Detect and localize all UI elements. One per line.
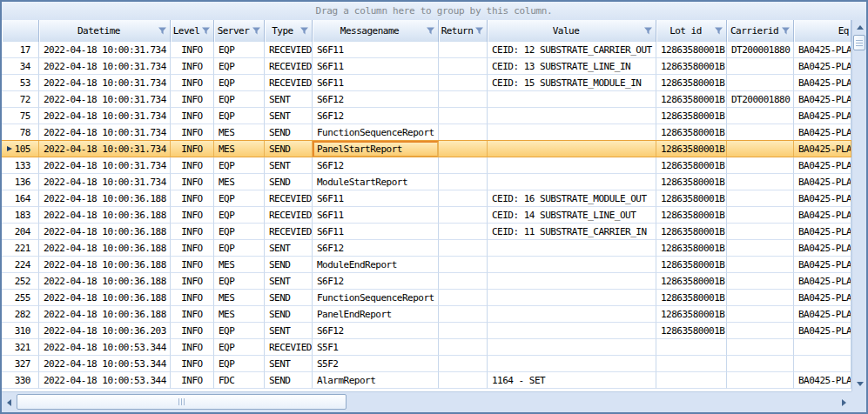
cell-return[interactable]	[439, 190, 488, 207]
cell-id[interactable]: 327	[2, 356, 39, 372]
cell-return[interactable]	[439, 141, 488, 157]
cell-lotid[interactable]: 12863580001B	[656, 306, 727, 323]
cell-messagename[interactable]: PanelStartReport	[313, 141, 439, 157]
cell-id[interactable]: 136	[2, 174, 39, 190]
cell-value[interactable]	[488, 356, 656, 372]
cell-messagename[interactable]: S6F12	[313, 108, 439, 124]
cell-lotid[interactable]: 12863580001B	[656, 290, 727, 306]
cell-server[interactable]: MES	[214, 124, 265, 141]
table-row[interactable]: 2212022-04-18 10:00:36.188INFOEQPSENTS6F…	[2, 240, 851, 257]
cell-messagename[interactable]: FunctionSequenceReport	[313, 124, 439, 141]
table-row[interactable]: 1832022-04-18 10:00:36.188INFOEQPRECEVIE…	[2, 207, 851, 224]
cell-eqpid[interactable]: BA0425-PLA	[794, 42, 851, 58]
cell-level[interactable]: INFO	[171, 356, 214, 372]
cell-value[interactable]	[488, 339, 656, 356]
cell-server[interactable]: MES	[214, 306, 265, 323]
filter-funnel-icon[interactable]	[299, 26, 309, 36]
cell-return[interactable]	[439, 339, 488, 356]
table-row-selected[interactable]: 1052022-04-18 10:00:31.734INFOMESSENDPan…	[2, 141, 851, 157]
filter-funnel-icon[interactable]	[252, 26, 261, 36]
cell-datetime[interactable]: 2022-04-18 10:00:36.188	[39, 240, 171, 257]
cell-carrierid[interactable]	[727, 124, 794, 141]
cell-datetime[interactable]: 2022-04-18 10:00:36.188	[39, 224, 171, 240]
cell-value[interactable]	[488, 141, 656, 157]
cell-value[interactable]: CEID: 14 SUBSTRATE_LINE_OUT	[488, 207, 656, 224]
cell-datetime[interactable]: 2022-04-18 10:00:36.188	[39, 306, 171, 323]
cell-eqpid[interactable]: BA0425-PLA	[794, 306, 851, 323]
cell-lotid[interactable]: 12863580001B	[656, 42, 727, 58]
cell-level[interactable]: INFO	[171, 339, 214, 356]
cell-type[interactable]: RECEVIED	[265, 224, 313, 240]
cell-lotid[interactable]: 12863580001B	[656, 141, 727, 157]
cell-server[interactable]: MES	[214, 257, 265, 273]
cell-lotid[interactable]: 12863580001B	[656, 58, 727, 75]
filter-funnel-icon[interactable]	[781, 26, 791, 36]
cell-return[interactable]	[439, 58, 488, 75]
cell-carrierid[interactable]	[727, 372, 794, 389]
table-row[interactable]: 2242022-04-18 10:00:36.188INFOMESSENDMod…	[2, 257, 851, 273]
column-header-datetime[interactable]: Datetime	[39, 20, 171, 42]
cell-eqpid[interactable]: BA0425-PLA	[794, 108, 851, 124]
cell-carrierid[interactable]	[727, 273, 794, 290]
cell-level[interactable]: INFO	[171, 372, 214, 389]
cell-type[interactable]: RECEVIED	[265, 339, 313, 356]
cell-type[interactable]: SENT	[265, 356, 313, 372]
cell-datetime[interactable]: 2022-04-18 10:00:31.734	[39, 124, 171, 141]
cell-level[interactable]: INFO	[171, 240, 214, 257]
cell-id[interactable]: 78	[2, 124, 39, 141]
cell-return[interactable]	[439, 174, 488, 190]
cell-carrierid[interactable]	[727, 58, 794, 75]
cell-messagename[interactable]: S6F11	[313, 58, 439, 75]
cell-type[interactable]: SEND	[265, 124, 313, 141]
cell-id[interactable]: 17	[2, 42, 39, 58]
cell-type[interactable]: SEND	[265, 141, 313, 157]
column-header-return[interactable]: Return	[439, 20, 488, 42]
table-row[interactable]: 2552022-04-18 10:00:36.188INFOMESSENDFun…	[2, 290, 851, 306]
cell-level[interactable]: INFO	[171, 58, 214, 75]
cell-lotid[interactable]: 12863580001B	[656, 174, 727, 190]
cell-value[interactable]: CEID: 16 SUBSTRATE_MODULE_OUT	[488, 190, 656, 207]
cell-lotid[interactable]	[656, 372, 727, 389]
cell-datetime[interactable]: 2022-04-18 10:00:36.188	[39, 207, 171, 224]
cell-value[interactable]	[488, 157, 656, 174]
cell-type[interactable]: SENT	[265, 157, 313, 174]
cell-value[interactable]	[488, 108, 656, 124]
cell-lotid[interactable]	[656, 356, 727, 372]
cell-carrierid[interactable]	[727, 190, 794, 207]
cell-messagename[interactable]: S6F12	[313, 273, 439, 290]
cell-lotid[interactable]: 12863580001B	[656, 207, 727, 224]
cell-eqpid[interactable]: BA0425-PLA	[794, 141, 851, 157]
column-header-id[interactable]	[2, 20, 39, 42]
cell-value[interactable]: CEID: 12 SUBSTRATE_CARRIER_OUT	[488, 42, 656, 58]
filter-funnel-icon[interactable]	[426, 26, 435, 36]
column-header-eqpid[interactable]: Eq	[794, 20, 851, 42]
cell-eqpid[interactable]: BA0425-PLA	[794, 257, 851, 273]
cell-datetime[interactable]: 2022-04-18 10:00:53.344	[39, 356, 171, 372]
cell-type[interactable]: RECEVIED	[265, 42, 313, 58]
cell-return[interactable]	[439, 124, 488, 141]
cell-return[interactable]	[439, 75, 488, 91]
filter-funnel-icon[interactable]	[714, 26, 723, 36]
table-row[interactable]: 3272022-04-18 10:00:53.344INFOEQPSENTS5F…	[2, 356, 851, 372]
cell-server[interactable]: EQP	[214, 207, 265, 224]
cell-carrierid[interactable]: DT200001880	[727, 91, 794, 108]
filter-funnel-icon[interactable]	[474, 26, 484, 36]
cell-value[interactable]	[488, 290, 656, 306]
cell-messagename[interactable]: ModuleEndReport	[313, 257, 439, 273]
cell-datetime[interactable]: 2022-04-18 10:00:36.203	[39, 323, 171, 339]
cell-server[interactable]: FDC	[214, 372, 265, 389]
cell-id[interactable]: 53	[2, 75, 39, 91]
column-header-type[interactable]: Type	[265, 20, 313, 42]
cell-carrierid[interactable]	[727, 157, 794, 174]
cell-datetime[interactable]: 2022-04-18 10:00:31.734	[39, 108, 171, 124]
cell-id[interactable]: 224	[2, 257, 39, 273]
cell-return[interactable]	[439, 42, 488, 58]
cell-id[interactable]: 183	[2, 207, 39, 224]
cell-level[interactable]: INFO	[171, 174, 214, 190]
cell-value[interactable]: CEID: 13 SUBSTRATE_LINE_IN	[488, 58, 656, 75]
table-row[interactable]: 782022-04-18 10:00:31.734INFOMESSENDFunc…	[2, 124, 851, 141]
cell-eqpid[interactable]: BA0425-PLA	[794, 290, 851, 306]
cell-type[interactable]: SENT	[265, 108, 313, 124]
cell-id[interactable]: 282	[2, 306, 39, 323]
cell-return[interactable]	[439, 273, 488, 290]
